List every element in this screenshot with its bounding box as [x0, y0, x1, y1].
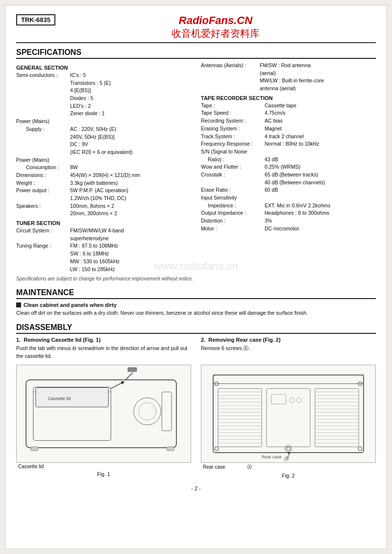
spec-row: Tape : Cassette tape [201, 102, 376, 109]
spec-label: Circuit System : [16, 227, 70, 234]
spec-value: 4 track 2 channel [265, 133, 376, 140]
spec-row: Dimensions : 454(W) × 209(H) × 121(D) mm [16, 172, 191, 179]
spec-value [70, 118, 191, 125]
disassembly-steps: 1. Removing Cassette lid (Fig. 1) Push t… [16, 337, 376, 360]
spec-row: Circuit System : FM/SW/MW/LW 4-band [16, 227, 191, 234]
fig-2-label: Fig. 2 [201, 473, 376, 478]
spec-label: Wow and Flutter : [201, 163, 265, 171]
spec-value: 60 dB [265, 186, 376, 194]
spec-row: Tape Speed : 4.75cm/s [201, 109, 376, 117]
fig-1-cassette-label: Cassette lid [16, 464, 191, 469]
disassembly-title: DISASSEMBLY [16, 323, 376, 334]
model-number: TRK-6835 [16, 14, 55, 25]
spec-indent: (aerial) [201, 70, 376, 77]
spec-row: Motor : DC micromotor [201, 225, 376, 232]
spec-value: 8W [70, 164, 191, 171]
spec-row: Crosstalk : 65 dB (Between tracks) [201, 171, 376, 178]
spec-label: Antennas (Aerials) : [201, 62, 260, 69]
spec-row: Erase Ratio : 60 dB [201, 186, 376, 194]
spec-value [265, 148, 376, 155]
svg-rect-12 [167, 447, 174, 451]
specs-right-col: Antennas (Aerials) : FM/SW : Rod antenna… [196, 62, 376, 273]
specs-two-col: GENERAL SECTION Semi-conductors : IC's :… [16, 62, 376, 273]
maintenance-section: MAINTENANCE Clean cabinet and panels whe… [16, 288, 376, 317]
spec-indent: 20mm, 300ohms × 2 [16, 210, 191, 217]
svg-point-9 [139, 403, 156, 421]
step-2: 2. Removing Rear case (Fig. 2) Remove 6 … [201, 337, 376, 360]
figure-1-box: Cassette lid [16, 365, 191, 477]
spec-row: Tuning Range : FM : 87.5 to 108MHz [16, 242, 191, 250]
spec-label: Power (Mains) [16, 156, 70, 164]
spec-indent: Transistors : 5 (E) [16, 79, 191, 87]
specs-left-col: GENERAL SECTION Semi-conductors : IC's :… [16, 62, 196, 273]
spec-row: Weight : 3.3kg (with batteries) [16, 179, 191, 187]
spec-label: S/N (Signal to Noise [201, 148, 265, 155]
spec-indent: 4 [E(BS)] [16, 87, 191, 94]
spec-value: FM/SW/MW/LW 4-band [70, 227, 191, 234]
spec-indent: LW : 150 to 285kHz [16, 266, 191, 273]
spec-value: Magnet [265, 125, 376, 132]
spec-label: Tape Speed : [201, 109, 265, 117]
spec-row: Power (Mains) [16, 118, 191, 125]
spec-row: Speakers : 100mm, 8ohms × 2 [16, 202, 191, 210]
maintenance-bullet-text: Clean cabinet and panels when dirty [24, 302, 117, 308]
step-1-text: Push the tab with minus ⊖ screwdriver in… [16, 345, 191, 360]
spec-indent: (IEC R20 × 6 or equivalent) [16, 149, 191, 156]
spec-value: 3.3kg (with batteries) [70, 179, 191, 187]
spec-value: 4.75cm/s [265, 109, 376, 117]
spec-value [265, 194, 376, 201]
spec-label: Power output : [16, 187, 70, 194]
svg-point-56 [358, 447, 362, 451]
spec-label: Input Sensitivity [201, 194, 265, 201]
svg-rect-15 [218, 389, 262, 447]
spec-label: Motor : [201, 225, 265, 232]
fig-2-rear-label: Rear case Ⓐ [201, 464, 376, 471]
spec-indent: Zener diode : 1 [16, 110, 191, 117]
spec-label: Erase Ratio : [201, 186, 265, 194]
spec-indent: 1.2W/ch (10% THD, DC) [16, 195, 191, 202]
svg-point-55 [215, 447, 219, 451]
spec-row: Distortion : 3% [201, 217, 376, 225]
spec-row: Output Impedance : Headphones : 8 to 300… [201, 209, 376, 217]
spec-value: FM/SW : Rod antenna [260, 62, 376, 69]
fig-1-label: Fig. 1 [16, 471, 191, 477]
spec-value: 43 dB [265, 156, 376, 163]
svg-rect-11 [31, 447, 38, 451]
svg-rect-33 [271, 395, 286, 404]
specifications-title: SPECIFICATIONS [16, 48, 376, 59]
spec-indent: MW/LW : Built-in ferrite-core [201, 77, 376, 84]
svg-point-34 [290, 398, 294, 403]
page-number: - 2 - [16, 485, 376, 491]
general-section-title: GENERAL SECTION [16, 65, 191, 71]
spec-row: Erasing System : Magnet [201, 125, 376, 132]
svg-point-57 [287, 447, 291, 451]
svg-text:Rear case: Rear case [262, 455, 282, 460]
spec-value: 65 dB (Between tracks) [265, 171, 376, 178]
svg-rect-13 [213, 375, 364, 453]
spec-value [70, 156, 191, 164]
tape-section-title: TAPE RECORDER SECTION [201, 95, 376, 101]
svg-rect-3 [36, 388, 109, 407]
figures-row: Cassette lid [16, 365, 376, 478]
spec-label: Power (Mains) [16, 118, 70, 125]
spec-indent: 40 dB (Between channels) [201, 179, 376, 186]
spec-row: Semi-conductors : IC's : 5 [16, 72, 191, 79]
spec-indent: antenna (aerial) [201, 85, 376, 92]
spec-value: Normal : 80Hz to 10kHz [265, 140, 376, 148]
spec-value: 454(W) × 209(H) × 121(D) mm [70, 172, 191, 179]
spec-value: IC's : 5 [70, 72, 191, 79]
brand-name: RadioFans.CN [179, 14, 252, 26]
spec-value: 100mm, 8ohms × 2 [70, 202, 191, 210]
spec-row: Consumption : 8W [16, 164, 191, 171]
spec-indent: LED's : 2 [16, 102, 191, 110]
spec-row: Power (Mains) [16, 156, 191, 164]
svg-point-35 [296, 398, 301, 403]
spec-value: 3% [265, 217, 376, 225]
figure-1-drawing: Cassette lid [16, 365, 191, 463]
spec-label: Supply : [16, 126, 70, 133]
svg-rect-7 [128, 368, 137, 372]
disassembly-section: DISASSEMBLY 1. Removing Cassette lid (Fi… [16, 323, 376, 479]
spec-label: Output Impedance : [201, 209, 265, 217]
step-2-title: 2. Removing Rear case (Fig. 2) [201, 337, 376, 343]
spec-value: AC bias [265, 117, 376, 125]
